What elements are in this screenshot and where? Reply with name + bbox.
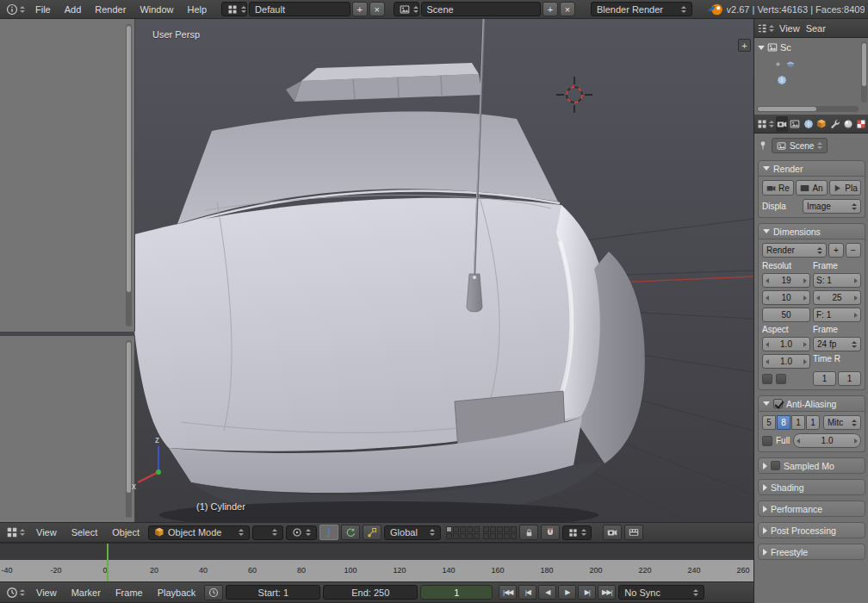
view3d-editor-type-button[interactable] [3,525,28,540]
layer-cell[interactable] [490,533,496,539]
render-preset-select[interactable]: Render [762,243,827,258]
resolution-percentage-field[interactable]: 50 [762,308,810,322]
scene-add-button[interactable]: + [542,2,558,16]
resolution-y-field[interactable]: 10 [762,290,810,305]
aspect-y-field[interactable]: 1.0 [762,354,810,369]
jump-to-end-button[interactable]: ▶▶| [598,585,616,600]
layer-cell[interactable] [453,526,459,532]
opengl-render-anim-button[interactable] [624,525,643,540]
context-breadcrumb[interactable]: Scene [772,138,828,153]
remap-old-field[interactable]: 1 [813,371,836,386]
layer-cell[interactable] [497,526,503,532]
menu-marker[interactable]: Marker [65,584,107,601]
frame-start-field[interactable]: S: 1 [813,273,861,288]
info-editor-type-button[interactable] [3,2,28,17]
menu-search[interactable]: Sear [804,20,828,37]
outliner-row-world[interactable] [777,75,787,85]
outliner-hscrollbar[interactable] [757,106,859,112]
aspect-x-field[interactable]: 1.0 [762,337,810,351]
opengl-render-button[interactable] [603,525,622,540]
tool-shelf-upper[interactable] [0,19,135,332]
play-reverse-button[interactable]: ◀ [538,585,556,600]
panel-header-dimensions[interactable]: Dimensions [758,223,865,239]
aa-samples-8-button[interactable]: 8 [777,415,790,430]
outliner-editor-type-button[interactable] [756,21,775,36]
menu-view[interactable]: View [30,584,63,601]
timeline-keyframe-area[interactable] [0,543,753,560]
jump-to-start-button[interactable]: |◀◀ [499,585,517,600]
panel-header-sampled-motion-blur[interactable]: Sampled Mo [758,457,865,474]
frame-start-field[interactable]: Start: 1 [226,585,320,600]
disclosure-triangle-icon[interactable] [758,46,765,50]
snap-toggle-button[interactable] [541,525,560,540]
layout-close-button[interactable]: × [369,2,385,16]
scene-close-button[interactable]: × [560,2,575,16]
sampled-motion-blur-checkbox[interactable] [771,461,780,470]
menu-window[interactable]: Window [133,1,179,18]
prev-keyframe-button[interactable]: |◀ [518,585,536,600]
frame-rate-select[interactable]: 24 fp [813,337,861,351]
layer-cell[interactable] [467,526,473,532]
layout-name-field[interactable]: Default [249,2,350,16]
menu-file[interactable]: File [29,1,57,18]
layer-cell[interactable] [483,533,489,539]
panel-header-shading[interactable]: Shading [758,479,865,495]
current-frame-indicator[interactable] [107,544,108,581]
layer-cell[interactable] [497,533,503,539]
panel-header-render[interactable]: Render [758,160,865,177]
tab-material[interactable] [841,116,853,132]
lock-to-scene-button[interactable] [519,525,538,540]
tab-world[interactable] [803,116,815,132]
region-expand-button[interactable]: + [738,39,751,52]
aa-samples-11-button[interactable]: 1 [791,415,805,430]
scene-browse-button[interactable] [394,2,419,16]
frame-end-field[interactable]: End: 250 [323,585,418,600]
aa-samples-16-button[interactable]: 1 [806,415,820,430]
frame-end-field[interactable]: 25 [813,290,861,305]
crop-checkbox[interactable] [776,374,786,384]
outliner-row-renderlayers[interactable] [773,59,796,69]
panel-header-antialiasing[interactable]: Anti-Aliasing [758,395,865,412]
layers-widget[interactable] [446,526,517,539]
layer-cell[interactable] [511,533,517,539]
full-sample-checkbox[interactable] [762,436,772,446]
timeline-ruler[interactable]: -40 -20 0 20 40 60 80 100 120 140 160 18… [0,560,753,581]
layer-cell[interactable] [467,533,473,539]
tab-scene[interactable] [789,116,801,132]
tab-object[interactable] [815,116,828,132]
menu-select[interactable]: Select [65,524,104,541]
panel-header-post-processing[interactable]: Post Processing [758,522,865,538]
layer-cell[interactable] [504,533,510,539]
aa-filter-select[interactable]: Mitc [823,415,861,430]
layer-cell[interactable] [504,526,510,532]
filter-size-slider[interactable]: 1.0 [793,433,861,448]
layer-cell[interactable] [446,533,452,539]
preview-range-button[interactable] [204,585,223,600]
properties-editor-type-button[interactable] [756,116,775,132]
play-button[interactable]: ▶ [558,585,576,600]
render-play-button[interactable]: Pla [829,180,861,196]
frame-step-field[interactable]: F: 1 [813,308,861,322]
viewport-shading-select[interactable] [252,525,283,540]
layer-cell[interactable] [474,526,480,532]
layout-browse-button[interactable] [221,2,247,16]
resolution-x-field[interactable]: 19 [762,273,810,288]
pin-icon[interactable] [758,140,768,151]
outliner-row-scene[interactable]: Sc [758,42,791,53]
display-select[interactable]: Image [803,199,861,214]
mode-select[interactable]: Object Mode [148,525,250,540]
layer-cell[interactable] [483,526,489,532]
tool-shelf-upper-scrollbar[interactable] [126,24,132,326]
remap-new-field[interactable]: 1 [838,371,861,386]
preset-add-button[interactable]: + [828,243,844,258]
aa-samples-5-button[interactable]: 5 [762,415,776,430]
tab-texture[interactable] [855,116,867,132]
render-animation-button[interactable]: An [796,180,828,196]
snap-element-select[interactable] [562,525,592,540]
manipulator-translate-button[interactable] [319,525,338,540]
layer-cell[interactable] [490,526,496,532]
next-keyframe-button[interactable]: ▶| [578,585,596,600]
menu-view[interactable]: View [30,524,63,541]
layer-cell[interactable] [446,526,452,532]
border-checkbox[interactable] [762,374,772,384]
